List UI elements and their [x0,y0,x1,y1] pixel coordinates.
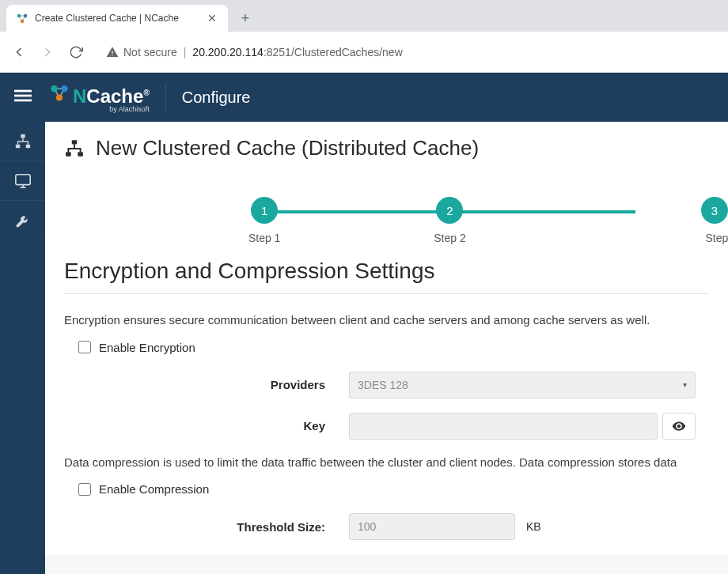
sidebar-item-monitor[interactable] [0,161,45,201]
svg-rect-15 [21,134,25,138]
address-bar[interactable]: Not secure | 20.200.20.114:8251/Clustere… [95,39,719,66]
threshold-unit: KB [526,520,541,533]
step-label: Step 2 [434,232,465,244]
threshold-input[interactable] [349,513,515,540]
monitor-icon [14,172,32,190]
chevron-down-icon: ▾ [683,380,687,389]
step-label: Step 3 [706,232,729,244]
svg-rect-21 [72,140,78,144]
step-3[interactable]: 3 Step 3 [543,197,728,244]
page-header: New Clustered Cache (Distributed Cache) [45,122,728,176]
step-1[interactable]: 1 Step 1 [172,197,357,244]
hamburger-menu-button[interactable] [14,87,33,108]
svg-rect-16 [15,144,20,148]
svg-rect-23 [78,152,83,156]
security-indicator[interactable]: Not secure [106,46,177,59]
browser-tab-strip: Create Clustered Cache | NCache ✕ + [0,0,728,32]
back-button[interactable] [9,43,28,62]
url-path: :8251/ClusteredCaches/new [264,46,403,59]
close-icon[interactable]: ✕ [206,12,218,25]
browser-toolbar: Not secure | 20.200.20.114:8251/Clustere… [0,32,728,73]
header-page-title: Configure [182,89,251,107]
key-input[interactable] [349,413,658,440]
cluster-icon [14,133,32,150]
url-host: 20.200.20.114 [192,46,264,59]
key-label: Key [64,419,349,432]
svg-point-14 [56,94,63,100]
svg-line-5 [22,16,25,21]
providers-select[interactable]: 3DES 128 ▾ [349,372,696,398]
step-circle: 2 [436,197,463,224]
browser-tab[interactable]: Create Clustered Cache | NCache ✕ [6,5,228,32]
warning-icon [106,46,119,59]
enable-encryption-input[interactable] [78,341,91,353]
section-heading: Encryption and Compression Settings [64,259,709,294]
svg-line-4 [19,16,22,21]
app-header: NCache® by Alachisoft Configure [0,73,728,122]
providers-label: Providers [64,378,349,391]
sidebar-item-cluster[interactable] [0,122,45,161]
svg-point-12 [51,85,57,92]
threshold-label: Threshold Size: [64,520,349,534]
url-separator: | [184,46,187,59]
header-divider [165,83,166,111]
forward-button[interactable] [38,43,57,62]
svg-rect-22 [66,152,71,156]
enable-compression-label: Enable Compression [99,482,209,496]
main-content: New Clustered Cache (Distributed Cache) … [45,122,728,574]
enable-compression-input[interactable] [78,483,91,496]
new-tab-button[interactable]: + [234,7,256,29]
step-2[interactable]: 2 Step 2 [357,197,542,244]
step-label: Step 1 [248,232,280,244]
page-title: New Clustered Cache (Distributed Cache) [96,136,479,160]
browser-tab-title: Create Clustered Cache | NCache [35,13,206,24]
step-circle: 1 [251,197,278,224]
sidebar-item-tools[interactable] [0,201,45,240]
svg-point-13 [61,85,67,92]
logo-mark-icon [49,82,70,103]
enable-compression-checkbox[interactable]: Enable Compression [78,482,709,496]
compression-description: Data compression is used to limit the da… [64,454,709,472]
threshold-row: Threshold Size: KB [64,513,709,540]
logo-text: NCache® [73,85,150,107]
encryption-compression-section: Encryption and Compression Settings Encr… [45,259,728,540]
reveal-key-button[interactable] [662,413,696,440]
step-circle: 3 [701,197,728,224]
enable-encryption-label: Enable Encryption [99,341,195,354]
insecure-label: Not secure [123,46,177,59]
logo[interactable]: NCache® by Alachisoft [49,82,150,113]
reload-button[interactable] [66,43,85,62]
svg-rect-8 [14,100,32,102]
tools-icon [14,212,32,229]
favicon-icon [16,12,28,25]
svg-rect-17 [25,144,29,148]
stepper: 1 Step 1 2 Step 2 3 Step 3 [172,191,728,259]
providers-row: Providers 3DES 128 ▾ [64,372,709,398]
sidebar [0,122,45,574]
svg-rect-7 [14,95,32,97]
svg-rect-6 [14,90,32,93]
svg-rect-18 [15,174,29,184]
encryption-description: Encryption ensures secure communication … [64,312,709,330]
providers-value: 3DES 128 [358,379,408,391]
key-row: Key [64,413,709,440]
url-text: 20.200.20.114:8251/ClusteredCaches/new [192,46,402,59]
enable-encryption-checkbox[interactable]: Enable Encryption [78,341,709,354]
eye-icon [672,419,686,433]
cluster-icon [64,138,85,159]
